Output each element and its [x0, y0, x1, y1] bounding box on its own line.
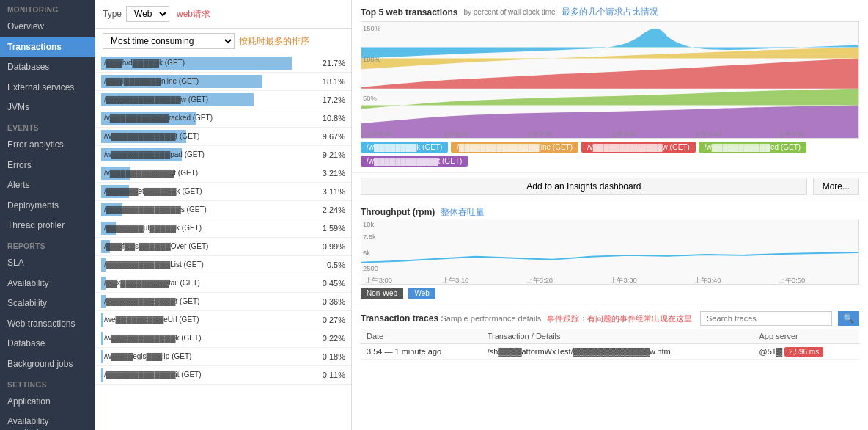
transaction-row[interactable]: /▓▓▓f▓▓s▓▓▓▓▓▓Over (GET)0.99%	[95, 238, 351, 256]
tx-label: /w▓▓▓▓▓▓▓▓▓▓▓▓k (GET)	[101, 334, 201, 342]
svg-text:上午3:00: 上午3:00	[365, 277, 392, 284]
svg-text:上午3:10: 上午3:10	[442, 131, 469, 138]
sidebar-item-transactions[interactable]: Transactions	[0, 37, 95, 58]
col-date: Date	[361, 329, 482, 344]
tx-label: /▓▓▓▓▓▓▓▓▓▓▓▓▓it (GET)	[101, 371, 202, 379]
tx-label: /▓▓▓▓▓▓▓▓▓▓▓▓▓▓s (GET)	[101, 205, 207, 214]
sidebar-section-settings: SETTINGS	[0, 375, 95, 392]
transaction-row[interactable]: /▓▓▓l▓▓▓▓▓▓▓nline (GET)18.1%	[95, 73, 351, 91]
traces-table: Date Transaction / Details App server 3:…	[361, 329, 859, 360]
left-panel: Type Web web请求 Most time consuming 按耗时最多…	[95, 0, 352, 430]
tx-pct: 0.5%	[316, 260, 345, 269]
transaction-row[interactable]: /w▓▓▓▓▓▓▓▓▓▓▓▓t (GET)9.67%	[95, 128, 351, 146]
transaction-row[interactable]: /w▓▓▓▓▓▓▓▓▓▓▓pad (GET)9.21%	[95, 146, 351, 164]
tx-bar-container: /▓▓▓▓▓▓▓▓▓▓▓▓▓it (GET)	[101, 368, 313, 382]
svg-text:150%: 150%	[363, 25, 380, 32]
tx-pct: 18.1%	[316, 77, 345, 86]
trace-date: 3:54 — 1 minute ago	[361, 344, 482, 360]
transaction-row[interactable]: /we▓▓▓▓▓▓▓▓▓eUrl (GET)0.27%	[95, 311, 351, 329]
svg-text:上午3:20: 上午3:20	[526, 277, 553, 284]
svg-text:上午3:30: 上午3:30	[610, 131, 637, 138]
transaction-row[interactable]: /▓▓▓▓▓▓▓ul▓▓▓▓▓k (GET)1.59%	[95, 219, 351, 238]
legend-pill: /w▓▓▓▓▓▓▓▓▓▓▓ed (GET)	[699, 142, 806, 153]
svg-text:上午3:50: 上午3:50	[778, 131, 805, 138]
traces-section: Transaction traces Sample performance de…	[352, 305, 868, 430]
sidebar: MONITORINGOverviewTransactionsDatabasesE…	[0, 0, 95, 430]
transaction-row[interactable]: /v▓▓▓▓▓▓▓▓▓▓▓▓t (GET)3.21%	[95, 164, 351, 183]
tx-bar-container: /▓▓▓▓▓▓▓▓▓▓▓▓▓▓w (GET)	[101, 93, 313, 106]
type-select[interactable]: Web	[126, 6, 169, 22]
tx-label: /▓▓▓f▓▓s▓▓▓▓▓▓Over (GET)	[101, 242, 208, 250]
tx-label: /▓▓▓▓▓▓▓▓▓▓▓▓▓▓w (GET)	[101, 95, 208, 103]
tx-label: /we▓▓▓▓▓▓▓▓▓eUrl (GET)	[101, 316, 199, 324]
tx-pct: 3.21%	[316, 169, 345, 178]
top-chart-annotation: 最多的几个请求占比情况	[562, 6, 658, 18]
tx-label: /▓▓x▓▓▓▓▓▓▓▓▓fail (GET)	[101, 279, 200, 287]
top-chart-section: Top 5 web transactions by percent of wal…	[352, 0, 868, 173]
svg-text:100%: 100%	[363, 57, 380, 64]
tx-pct: 3.11%	[316, 187, 345, 196]
tx-bar-container: /▓▓▓▓▓▓▓▓▓▓▓▓▓t (GET)	[101, 295, 313, 308]
transaction-row[interactable]: /▓▓▓▓▓▓▓▓▓▓▓▓▓t (GET)0.36%	[95, 293, 351, 311]
transaction-row[interactable]: /▓▓▓▓▓▓▓▓▓▓▓▓▓▓s (GET)2.24%	[95, 201, 351, 219]
sidebar-item-application[interactable]: Application	[0, 392, 95, 412]
legend-pill: /w▓▓▓▓▓▓▓▓▓▓▓▓t (GET)	[361, 156, 468, 167]
top-area-chart: 150% 100% 50% 上午3:00 上午3:10 上午3:20 上午3:3…	[361, 21, 859, 139]
transaction-row[interactable]: /▓▓▓▓▓▓▓▓▓▓▓▓▓it (GET)0.11%	[95, 366, 351, 385]
sidebar-item-jvms[interactable]: JVMs	[0, 98, 95, 118]
transaction-row[interactable]: /w▓▓▓▓▓▓▓▓▓▓▓▓k (GET)0.22%	[95, 329, 351, 348]
sidebar-item-databases[interactable]: Databases	[0, 57, 95, 78]
tx-pct: 0.22%	[316, 334, 345, 343]
svg-text:上午3:00: 上午3:00	[365, 131, 392, 138]
tx-pct: 0.18%	[316, 352, 345, 361]
sidebar-item-availability[interactable]: Availability	[0, 274, 95, 294]
sidebar-item-errors[interactable]: Errors	[0, 156, 95, 176]
tx-pct: 0.11%	[316, 371, 345, 379]
sidebar-item-background-jobs[interactable]: Background jobs	[0, 354, 95, 375]
legend-pill: /w▓▓▓▓▓▓▓▓k (GET)	[361, 142, 448, 153]
tx-label: /▓▓▓▓▓▓et▓▓▓▓▓▓k (GET)	[101, 187, 202, 195]
search-icon-button[interactable]: 🔍	[838, 311, 859, 326]
legend-pill: /▓▓▓▓▓▓▓▓▓▓▓▓▓▓▓line (GET)	[451, 142, 578, 153]
sidebar-item-alerts[interactable]: Alerts	[0, 175, 95, 196]
trace-row[interactable]: 3:54 — 1 minute ago/sh▓▓▓▓atformWxTest/▓…	[361, 344, 859, 360]
sidebar-item-database[interactable]: Database	[0, 334, 95, 354]
tx-pct: 9.67%	[316, 132, 345, 141]
sidebar-item-external-services[interactable]: External services	[0, 78, 95, 98]
trace-transaction: /sh▓▓▓▓atformWxTest/▓▓▓▓▓▓▓▓▓▓▓▓▓w.ntm	[482, 344, 754, 360]
transaction-row[interactable]: /v▓▓▓▓▓▓▓▓▓▓▓racked (GET)10.8%	[95, 109, 351, 128]
tx-label: /▓▓▓l▓▓▓▓▓▓▓nline (GET)	[101, 77, 199, 85]
traces-title: Transaction traces	[361, 313, 438, 324]
more-button[interactable]: More...	[813, 178, 859, 195]
tx-pct: 9.21%	[316, 150, 345, 159]
tx-bar-container: /▓▓x▓▓▓▓▓▓▓▓▓fail (GET)	[101, 277, 313, 290]
nonweb-badge: Non-Web	[361, 288, 403, 299]
tx-bar-container: /▓▓▓l▓▓▓▓▓▓▓nline (GET)	[101, 75, 313, 88]
sort-annotation: 按耗时最多的排序	[239, 35, 309, 48]
tx-bar-container: /we▓▓▓▓▓▓▓▓▓eUrl (GET)	[101, 313, 313, 327]
sort-select[interactable]: Most time consuming	[103, 33, 235, 49]
insights-button[interactable]: Add to an Insights dashboard	[361, 178, 807, 195]
sidebar-item-web-transactions[interactable]: Web transactions	[0, 314, 95, 335]
svg-text:10k: 10k	[363, 221, 375, 228]
sidebar-item-overview[interactable]: Overview	[0, 17, 95, 37]
transaction-row[interactable]: /▓▓▓h/d▓▓▓▓▓k (GET)21.7%	[95, 54, 351, 73]
tx-bar-container: /w▓▓▓▓egis▓▓▓llp (GET)	[101, 350, 313, 363]
tx-bar-container: /▓▓▓▓▓▓▓ul▓▓▓▓▓k (GET)	[101, 222, 313, 235]
transaction-row[interactable]: /▓▓▓▓▓▓▓▓▓▓▓▓▓▓w (GET)17.2%	[95, 91, 351, 109]
traces-header: Transaction traces Sample performance de…	[361, 311, 859, 326]
sidebar-item-deployments[interactable]: Deployments	[0, 196, 95, 216]
search-traces-input[interactable]	[700, 311, 832, 326]
tx-label: /w▓▓▓▓▓▓▓▓▓▓▓pad (GET)	[101, 150, 205, 158]
sidebar-item-sla[interactable]: SLA	[0, 253, 95, 274]
sidebar-item-availability-monitoring[interactable]: Availability monitoring	[0, 412, 95, 430]
throughput-annotation: 整体吞吐量	[441, 206, 485, 219]
transaction-row[interactable]: /▓▓x▓▓▓▓▓▓▓▓▓fail (GET)0.45%	[95, 274, 351, 293]
insights-row: Add to an Insights dashboard More...	[352, 173, 868, 200]
transaction-row[interactable]: /w▓▓▓▓egis▓▓▓llp (GET)0.18%	[95, 348, 351, 366]
sidebar-item-thread-profiler[interactable]: Thread profiler	[0, 216, 95, 236]
transaction-row[interactable]: /▓▓▓▓▓▓et▓▓▓▓▓▓k (GET)3.11%	[95, 183, 351, 201]
sidebar-item-error-analytics[interactable]: Error analytics	[0, 135, 95, 156]
transaction-row[interactable]: /▓▓▓▓▓▓▓▓▓▓▓▓List (GET)0.5%	[95, 256, 351, 274]
sidebar-item-scalability[interactable]: Scalability	[0, 294, 95, 314]
